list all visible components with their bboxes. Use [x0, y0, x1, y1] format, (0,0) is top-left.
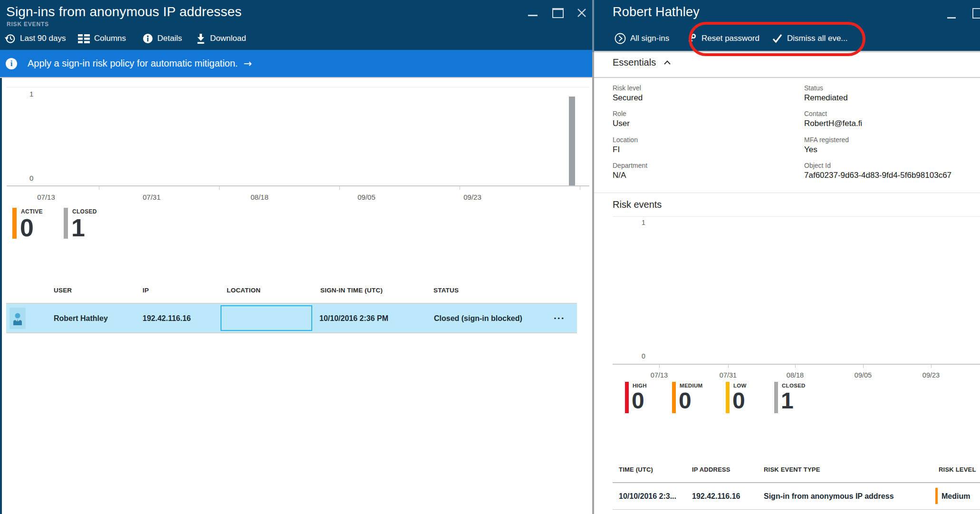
high-color-bar	[625, 382, 629, 413]
closed-count-badge: CLOSED 1	[774, 382, 822, 415]
x-tick-label: 09/23	[453, 193, 491, 201]
y-axis-max-label: 1	[642, 219, 645, 226]
x-tick-label: 09/23	[912, 371, 950, 379]
field-mfa-registered: MFA registered Yes	[804, 136, 849, 155]
red-highlight-annotation	[689, 22, 865, 56]
maximize-icon[interactable]	[972, 8, 980, 19]
column-header-risk-event-type: RISK EVENT TYPE	[764, 466, 820, 473]
x-axis-tick	[931, 365, 932, 368]
field-value: Remediated	[804, 93, 848, 103]
field-label: Object Id	[804, 162, 951, 169]
toolbar-label: All sign-ins	[630, 34, 669, 43]
badge-value: 1	[71, 215, 85, 240]
user-detail-blade: Robert Hathley All sign-ins Reset passwo…	[594, 0, 980, 514]
x-axis-tick	[580, 186, 580, 190]
x-axis-line	[7, 185, 589, 186]
field-value: 7af60237-9d63-4d83-9fd4-5f6b98103c67	[804, 171, 951, 180]
field-label: Location	[613, 136, 638, 144]
x-axis-tick	[863, 365, 864, 368]
circle-chevron-right-icon	[615, 33, 626, 44]
essentials-header[interactable]: Essentials	[613, 57, 671, 68]
minimize-icon[interactable]	[947, 17, 956, 19]
banner-divider	[0, 77, 592, 78]
all-sign-ins-button[interactable]: All sign-ins	[615, 31, 669, 46]
x-axis-tick	[728, 365, 729, 368]
download-icon	[196, 33, 206, 44]
table-bottom-divider	[613, 509, 980, 510]
x-axis-tick	[219, 186, 220, 190]
table-row[interactable]: 10/10/2016 2:3... 192.42.116.16 Sign-in …	[613, 483, 980, 509]
x-tick-label: 07/13	[640, 371, 678, 379]
cell-risk-level: Medium	[942, 492, 970, 501]
x-tick-label: 08/18	[240, 193, 279, 201]
download-button[interactable]: Download	[196, 31, 246, 46]
toolbar-label: Last 90 days	[20, 34, 66, 43]
field-contact: Contact RobertH@feta.fi	[804, 110, 862, 128]
cell-user: Robert Hathley	[54, 314, 108, 323]
active-count-badge: ACTIVE 0	[12, 208, 60, 241]
cell-location-selected[interactable]	[221, 305, 312, 331]
cell-ip: 192.42.116.16	[143, 314, 191, 323]
active-color-bar	[12, 208, 17, 239]
table-row[interactable]: Robert Hathley 192.42.116.16 10/10/2016 …	[6, 303, 577, 333]
x-tick-label: 07/13	[27, 193, 65, 201]
field-value: N/A	[613, 171, 647, 180]
maximize-icon[interactable]	[552, 8, 564, 18]
info-icon: i	[6, 58, 17, 69]
columns-button[interactable]: Columns	[78, 31, 126, 46]
column-header-ip-address: IP ADDRESS	[692, 466, 730, 473]
banner-text: Apply a sign-in risk policy for automati…	[28, 58, 238, 69]
column-header-risk-level: RISK LEVEL	[939, 466, 976, 473]
field-label: Risk level	[613, 84, 643, 92]
badge-value: 0	[679, 389, 692, 412]
history-icon	[5, 33, 16, 44]
medium-color-bar	[672, 382, 676, 413]
details-button[interactable]: Details	[143, 31, 182, 46]
badge-value: 0	[20, 215, 34, 240]
column-header-ip: IP	[143, 287, 149, 294]
field-label: Status	[804, 84, 848, 92]
blade-left-border	[0, 78, 2, 514]
field-status: Status Remediated	[804, 84, 848, 103]
x-tick-label: 07/31	[133, 193, 171, 201]
close-icon[interactable]	[576, 7, 587, 19]
person-icon	[13, 312, 22, 325]
cell-time: 10/10/2016 2:3...	[619, 492, 676, 501]
risk-events-blade: Sign-ins from anonymous IP addresses RIS…	[0, 0, 592, 514]
toolbar-label: Download	[210, 34, 246, 43]
field-role: Role User	[613, 110, 630, 128]
columns-icon	[78, 34, 90, 44]
toolbar-label: Details	[157, 34, 182, 43]
field-label: Department	[613, 162, 647, 169]
field-risk-level: Risk level Secured	[613, 84, 643, 103]
badge-value: 1	[781, 389, 794, 412]
badge-value: 0	[732, 389, 745, 412]
page-subtitle: RISK EVENTS	[7, 21, 49, 28]
essentials-title: Essentials	[613, 57, 656, 68]
x-tick-label: 09/05	[844, 371, 882, 379]
closed-color-bar	[774, 382, 778, 413]
low-color-bar	[726, 382, 730, 413]
page-title: Sign-ins from anonymous IP addresses	[6, 4, 241, 19]
x-tick-label: 07/31	[709, 371, 747, 379]
x-axis-tick	[339, 186, 340, 190]
risk-policy-banner[interactable]: i Apply a sign-in risk policy for automa…	[0, 50, 592, 77]
info-icon	[143, 33, 153, 44]
arrow-right-icon: →	[243, 58, 252, 69]
row-more-button[interactable]: ...	[554, 310, 565, 321]
minimize-icon[interactable]	[528, 15, 538, 16]
x-axis-line	[613, 364, 980, 365]
field-label: Contact	[804, 110, 862, 117]
column-header-location: LOCATION	[227, 287, 260, 294]
x-tick-label: 08/18	[776, 371, 814, 379]
cell-signin-time: 10/10/2016 2:36 PM	[319, 314, 388, 323]
column-header-signin-time: SIGN-IN TIME (UTC)	[320, 287, 383, 294]
x-axis-tick	[795, 365, 796, 368]
field-label: MFA registered	[804, 136, 849, 144]
y-axis-min-label: 0	[29, 174, 33, 182]
last-90-days-button[interactable]: Last 90 days	[5, 31, 66, 46]
risk-events-heading: Risk events	[613, 199, 662, 210]
low-count-badge: LOW 0	[726, 382, 769, 415]
field-value: Secured	[613, 93, 643, 103]
cell-ip: 192.42.116.16	[692, 492, 740, 501]
